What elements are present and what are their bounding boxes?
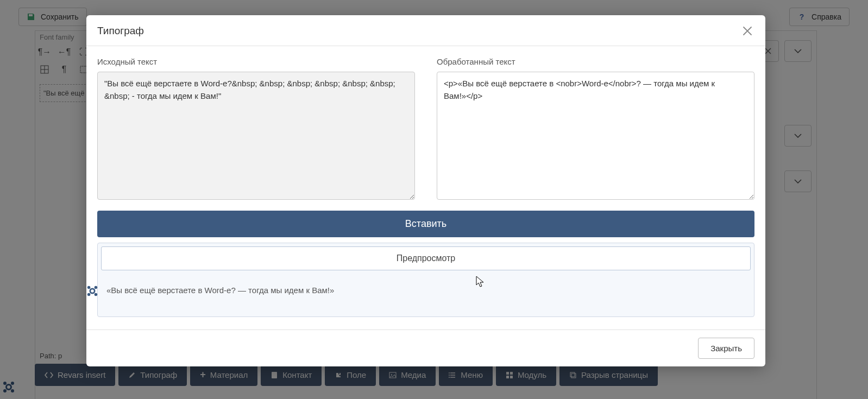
preview-text: «Вы всё ещё верстаете в Word-е? — тогда … bbox=[101, 270, 751, 313]
svg-point-22 bbox=[87, 293, 91, 296]
close-button[interactable]: Закрыть bbox=[698, 338, 754, 359]
modal-title: Типограф bbox=[97, 25, 144, 37]
preview-title: Предпросмотр bbox=[101, 246, 751, 270]
joomla-icon bbox=[86, 285, 99, 298]
svg-point-20 bbox=[87, 286, 91, 289]
typograph-modal: Типограф Исходный текст Обработанный тек… bbox=[86, 15, 765, 366]
modal-header: Типограф bbox=[86, 15, 765, 46]
close-icon[interactable] bbox=[740, 24, 754, 38]
source-label: Исходный текст bbox=[97, 57, 415, 66]
source-textarea[interactable] bbox=[97, 72, 415, 200]
modal-footer: Закрыть bbox=[86, 330, 765, 366]
preview-card: Предпросмотр «Вы всё ещё верстаете в Wor… bbox=[97, 243, 754, 317]
modal-body: Исходный текст Обработанный текст Встави… bbox=[86, 46, 765, 330]
output-textarea[interactable] bbox=[437, 72, 754, 200]
insert-button[interactable]: Вставить bbox=[97, 211, 754, 237]
svg-point-21 bbox=[95, 286, 98, 289]
output-label: Обработанный текст bbox=[437, 57, 754, 66]
svg-point-23 bbox=[95, 293, 98, 296]
